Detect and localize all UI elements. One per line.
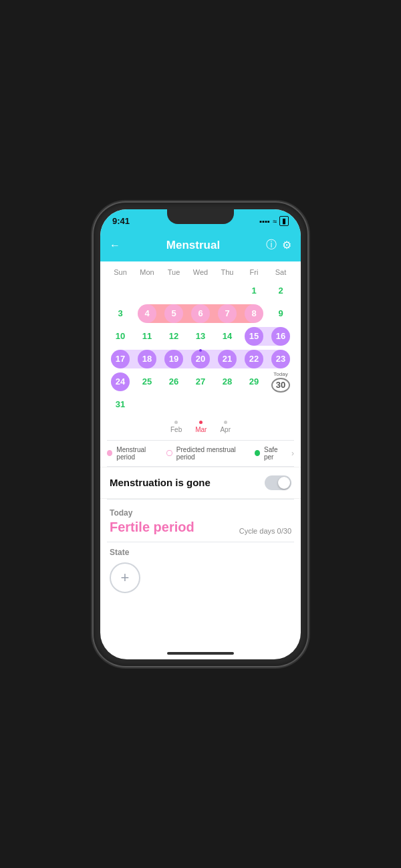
- cal-day-4[interactable]: 4: [134, 303, 160, 324]
- status-icons: ▪▪▪▪ ≈ ▮: [259, 216, 289, 226]
- month-feb[interactable]: Feb: [170, 421, 182, 433]
- cal-day-11[interactable]: 11: [134, 326, 160, 347]
- month-dot-mar: [199, 421, 203, 424]
- cycle-days-label: Cycle days 0/30: [239, 527, 291, 535]
- cal-day-30[interactable]: Today 30: [267, 371, 294, 393]
- today-section-label: Today: [110, 508, 132, 518]
- today-label-small: Today: [273, 371, 287, 377]
- cal-day-14[interactable]: 14: [214, 326, 241, 347]
- legend-more-icon[interactable]: ›: [291, 449, 294, 458]
- phone-screen: 9:41 ▪▪▪▪ ≈ ▮ ← Menstrual ⓘ ⚙ Sun Mon Tu…: [100, 209, 301, 659]
- signal-icon: ▪▪▪▪: [259, 217, 270, 225]
- cal-day-31[interactable]: 31: [107, 394, 134, 415]
- state-label: State: [110, 548, 291, 557]
- cal-day-24[interactable]: 24: [107, 371, 134, 393]
- cal-day-28[interactable]: 28: [214, 371, 241, 393]
- cal-day-29[interactable]: 29: [241, 371, 267, 393]
- fertile-period-label: Fertile period: [110, 520, 194, 535]
- cal-day-27[interactable]: 27: [187, 371, 214, 393]
- cal-day-5[interactable]: 5: [160, 303, 187, 324]
- cal-day-1[interactable]: 1: [241, 280, 267, 302]
- cal-empty: [267, 394, 294, 415]
- legend-safe-label: Safe per: [264, 446, 287, 461]
- day-headers: Sun Mon Tue Wed Thu Fri Sat: [107, 267, 294, 278]
- legend-predicted-label: Predicted menstrual period: [176, 446, 251, 461]
- status-time: 9:41: [112, 216, 130, 226]
- cal-day-9[interactable]: 9: [267, 303, 294, 324]
- cal-day-3[interactable]: 3: [107, 303, 134, 324]
- day-sat: Sat: [267, 267, 294, 278]
- day-fri: Fri: [241, 267, 267, 278]
- day-wed: Wed: [187, 267, 214, 278]
- month-label-apr: Apr: [220, 426, 231, 433]
- cal-day-21[interactable]: 21: [214, 348, 241, 370]
- cal-empty: [241, 394, 267, 415]
- cal-empty: [214, 394, 241, 415]
- today-info-section: Today Fertile period Cycle days 0/30: [100, 500, 301, 542]
- legend-dot-predicted: [166, 450, 172, 456]
- back-button[interactable]: ←: [110, 239, 120, 251]
- menstruation-toggle-switch[interactable]: [265, 475, 291, 490]
- cal-day-13[interactable]: 13: [187, 326, 214, 347]
- day-mon: Mon: [134, 267, 160, 278]
- home-indicator: [167, 652, 234, 655]
- menstruation-toggle-row: Menstruation is gone: [100, 467, 301, 499]
- toggle-knob: [278, 477, 290, 489]
- month-dot-apr: [224, 421, 227, 424]
- day-sun: Sun: [107, 267, 134, 278]
- cal-day-17[interactable]: 17: [107, 348, 134, 370]
- cal-empty: [214, 280, 241, 302]
- cal-day-16[interactable]: 16: [267, 326, 294, 347]
- cal-empty: [134, 394, 160, 415]
- month-apr[interactable]: Apr: [220, 421, 231, 433]
- cal-day-26[interactable]: 26: [160, 371, 187, 393]
- info-button[interactable]: ⓘ: [266, 238, 277, 252]
- cal-empty: [107, 280, 134, 302]
- phone-frame: 9:41 ▪▪▪▪ ≈ ▮ ← Menstrual ⓘ ⚙ Sun Mon Tu…: [94, 203, 307, 666]
- cal-day-23[interactable]: 23: [267, 348, 294, 370]
- calendar-section: Sun Mon Tue Wed Thu Fri Sat 1: [100, 261, 301, 440]
- cal-day-12[interactable]: 12: [160, 326, 187, 347]
- legend-dot-safe: [255, 450, 260, 456]
- status-bar: 9:41 ▪▪▪▪ ≈ ▮: [100, 209, 301, 233]
- cal-day-7[interactable]: 7: [214, 303, 241, 324]
- add-icon: +: [121, 570, 130, 585]
- month-label-feb: Feb: [170, 426, 182, 433]
- cal-day-25[interactable]: 25: [134, 371, 160, 393]
- day-thu: Thu: [214, 267, 241, 278]
- cal-day-8[interactable]: 8: [241, 303, 267, 324]
- cal-empty: [187, 280, 214, 302]
- battery-icon: ▮: [279, 216, 289, 226]
- day-tue: Tue: [160, 267, 187, 278]
- month-label-mar: Mar: [195, 426, 207, 433]
- header-title: Menstrual: [166, 239, 220, 252]
- menstruation-toggle-label: Menstruation is gone: [110, 477, 211, 488]
- cal-empty: [187, 394, 214, 415]
- legend: Menstrual period Predicted menstrual per…: [100, 441, 301, 466]
- settings-button[interactable]: ⚙: [282, 239, 291, 251]
- month-mar[interactable]: Mar: [195, 421, 207, 433]
- legend-dot-menstrual: [107, 450, 112, 456]
- month-dot-feb: [174, 421, 178, 424]
- cal-day-2[interactable]: 2: [267, 280, 294, 302]
- cal-day-19[interactable]: 19: [160, 348, 187, 370]
- wifi-icon: ≈: [273, 217, 277, 225]
- cal-day-10[interactable]: 10: [107, 326, 134, 347]
- cal-day-6[interactable]: 6: [187, 303, 214, 324]
- cal-day-22[interactable]: 22: [241, 348, 267, 370]
- notch: [167, 209, 234, 224]
- cal-empty: [160, 394, 187, 415]
- cal-empty: [134, 280, 160, 302]
- day-dot: [199, 349, 202, 352]
- cal-empty: [160, 280, 187, 302]
- calendar-grid: 1 2 3 4 5: [107, 280, 294, 415]
- cal-day-15[interactable]: 15: [241, 326, 267, 347]
- app-header: ← Menstrual ⓘ ⚙: [100, 233, 301, 261]
- cal-day-20[interactable]: 20: [187, 348, 214, 370]
- add-state-button[interactable]: +: [110, 562, 140, 593]
- cal-day-18[interactable]: 18: [134, 348, 160, 370]
- month-indicator: Feb Mar Apr: [107, 415, 294, 437]
- legend-menstrual-label: Menstrual period: [116, 446, 162, 461]
- state-section: State +: [100, 542, 301, 599]
